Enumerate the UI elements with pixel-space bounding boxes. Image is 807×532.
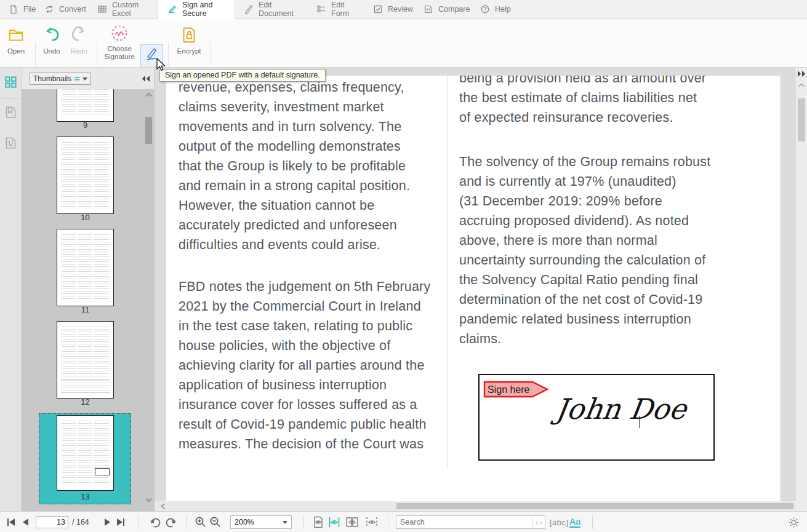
next-page-button[interactable]	[103, 512, 112, 532]
undo-icon	[38, 23, 65, 47]
continuous-facing-view-button[interactable]	[364, 512, 379, 532]
text-line: difficulties and events could arise.	[179, 237, 430, 257]
page-number-field[interactable]: / 164	[36, 512, 89, 532]
sign-pen-icon	[167, 4, 177, 15]
text-line: of expected reinsurance recoveries.	[459, 110, 710, 130]
text-line: achieving clarity for all parties around…	[179, 358, 430, 378]
status-bar: / 164 200%	[0, 511, 807, 532]
zoom-level-select[interactable]: 200%	[230, 512, 292, 532]
thumbnails-dropdown[interactable]: Thumbnails	[30, 73, 91, 85]
last-page-button[interactable]	[116, 512, 126, 532]
thumbnail-label-9: 9	[57, 121, 114, 130]
tab-help[interactable]: Help	[472, 0, 515, 18]
redo-button[interactable]: Redo	[65, 23, 92, 55]
text-line: being a provision held as an amount over	[459, 76, 710, 90]
search-next-icon[interactable]: ›	[539, 517, 542, 527]
rotate-counterclockwise-button[interactable]	[164, 512, 177, 532]
thumbnail-label-12: 12	[57, 397, 114, 407]
text-line: the best estimate of claims liabilities …	[459, 90, 710, 110]
encrypt-button[interactable]: Encrypt	[174, 23, 204, 55]
text-line: and is currently at 197% (unaudited)	[459, 174, 710, 194]
signature-field[interactable]: Sign here John Doe	[478, 374, 715, 461]
page-number-input[interactable]	[36, 516, 68, 528]
tab-edit-document[interactable]: Edit Document	[235, 0, 308, 18]
text-caret	[639, 416, 640, 428]
scrollbar-thumb[interactable]	[396, 503, 793, 509]
text-line: However, the situation cannot be	[179, 198, 430, 218]
menu-lines-icon	[74, 76, 80, 82]
match-case-toggle[interactable]: Aa	[569, 512, 580, 532]
open-button[interactable]: Open	[2, 23, 30, 55]
chevron-down-icon	[82, 77, 87, 81]
match-whole-word-toggle[interactable]: [abc]	[550, 512, 569, 532]
thumbnail-page-11[interactable]	[57, 229, 114, 306]
thumbnails-panel-icon[interactable]	[4, 76, 17, 91]
search-input[interactable]	[396, 518, 532, 526]
scrollbar-thumb[interactable]	[145, 117, 152, 144]
navigation-rail	[0, 68, 22, 511]
continuous-view-button[interactable]	[327, 512, 341, 532]
text-line: output of the modelling demonstrates	[179, 139, 430, 159]
undo-button[interactable]: Undo	[38, 23, 65, 55]
thumbnails-panel: Thumbnails 9 10 11 12	[22, 68, 154, 511]
tab-sign-and-secure-label: Sign and Secure	[182, 1, 226, 18]
single-page-view-button[interactable]	[311, 512, 325, 532]
scroll-down-icon[interactable]	[145, 497, 153, 504]
thumbnail-label-11: 11	[57, 305, 114, 314]
bookmarks-panel-icon[interactable]	[4, 106, 17, 121]
file-icon	[9, 4, 18, 14]
document-column-1: revenue, expenses, claims frequency,clai…	[179, 80, 430, 456]
scroll-up-icon[interactable]	[798, 82, 805, 88]
thumbnails-scrollbar[interactable]	[145, 89, 153, 511]
tab-review[interactable]: Review	[364, 0, 415, 18]
tab-compare-label: Compare	[438, 5, 470, 14]
thumbnails-panel-header: Thumbnails	[22, 68, 154, 89]
tab-compare[interactable]: Compare	[415, 0, 472, 18]
text-line: above, there is more than normal	[459, 233, 710, 253]
first-page-button[interactable]	[6, 512, 16, 532]
search-previous-icon[interactable]: ‹	[536, 517, 539, 527]
page-total-label: / 164	[72, 518, 89, 526]
paragraph-2: FBD notes the judgement on 5th February2…	[179, 279, 430, 456]
scrollbar-thumb[interactable]	[798, 98, 805, 141]
previous-page-button[interactable]	[21, 512, 30, 532]
zoom-out-button[interactable]	[209, 512, 222, 532]
text-line: that the Group is likely to be profitabl…	[179, 159, 430, 178]
collapse-panel-icon[interactable]	[142, 74, 150, 85]
tab-custom-excel-label: Custom Excel	[112, 1, 149, 18]
search-field[interactable]: ‹ ›	[396, 512, 545, 532]
text-line: insurance cover for losses suffered as a	[179, 397, 430, 417]
horizontal-scrollbar[interactable]	[155, 501, 797, 511]
scroll-left-icon[interactable]	[159, 503, 167, 509]
help-icon	[480, 4, 490, 14]
sign-here-flag[interactable]: Sign here	[483, 381, 550, 400]
thumbnail-page-9[interactable]	[57, 89, 114, 122]
facing-pages-view-button[interactable]	[345, 512, 359, 532]
tab-edit-document-label: Edit Document	[259, 1, 299, 18]
rotate-clockwise-button[interactable]	[149, 512, 163, 532]
text-line: house policies, with the objective of	[179, 338, 430, 358]
thumbnail-page-13[interactable]	[57, 415, 114, 491]
collapse-right-panel-icon[interactable]	[797, 70, 806, 77]
tab-sign-and-secure[interactable]: Sign and Secure	[158, 0, 235, 19]
chevron-down-icon	[283, 521, 287, 524]
tab-convert[interactable]: Convert	[36, 0, 89, 18]
vertical-scrollbar[interactable]	[796, 68, 807, 511]
thumbnail-page-12[interactable]	[57, 321, 114, 399]
attachments-panel-icon[interactable]	[4, 137, 17, 152]
tab-file[interactable]: File	[0, 0, 36, 18]
brightness-toggle[interactable]	[788, 512, 800, 532]
scroll-up-icon[interactable]	[145, 92, 153, 98]
thumbnail-label-13: 13	[57, 492, 114, 501]
tab-custom-excel[interactable]: Custom Excel	[89, 0, 158, 18]
zoom-in-button[interactable]	[195, 512, 207, 532]
text-line: The solvency of the Group remains robust	[459, 154, 710, 174]
choose-signature-button[interactable]: Choose Signature	[101, 23, 138, 61]
paragraph-1: revenue, expenses, claims frequency,clai…	[179, 80, 430, 257]
thumbnail-page-10[interactable]	[57, 137, 114, 214]
review-check-icon	[373, 4, 383, 14]
choose-signature-icon	[101, 23, 138, 45]
text-line: the Solvency Capital Ratio pending final	[459, 272, 710, 292]
tab-edit-form[interactable]: Edit Form	[308, 0, 364, 18]
redo-icon	[65, 23, 92, 47]
